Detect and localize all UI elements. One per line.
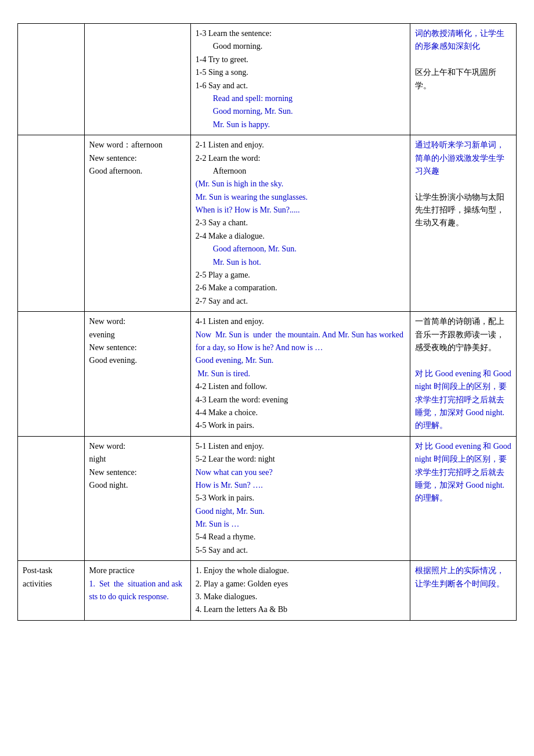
text-line: 3. Make dialogues.: [196, 591, 405, 603]
text-line: 2-6 Make a comparation.: [196, 282, 405, 294]
text-line: Now Mr. Sun is under the mountain. And M…: [196, 329, 405, 355]
text-line: Good morning.: [196, 40, 405, 53]
cell-row4-col3: 5-1 Listen and enjoy. 5-2 Lear the word:…: [190, 436, 410, 561]
cell-row2-col2: New word：afternoon New sentence: Good af…: [84, 135, 190, 312]
text-line: New sentence:: [89, 341, 186, 354]
cell-row3-col2: New word: evening New sentence: Good eve…: [84, 312, 190, 437]
text-line: Good evening.: [89, 354, 186, 367]
cell-row5-col3: 1. Enjoy the whole dialogue. 2. Play a g…: [190, 561, 410, 621]
table-row: New word: evening New sentence: Good eve…: [18, 312, 517, 437]
text-line: Good night.: [89, 479, 186, 492]
cell-row3-col4: 一首简单的诗朗诵，配上音乐一齐跟教师读一读，感受夜晚的宁静美好。 对 比 Goo…: [410, 312, 516, 437]
text-line: (Mr. Sun is high in the sky.: [196, 178, 405, 190]
table-wrapper: 1-3 Learn the sentence: Good morning. 1-…: [17, 23, 517, 621]
text-line: 对 比 Good evening 和 Good night 时间段上的区别，要求…: [415, 368, 511, 433]
text-line: Good morning, Mr. Sun.: [196, 105, 405, 118]
text-line: New word：afternoon: [89, 139, 186, 152]
text-line: 1-3 Learn the sentence:: [196, 27, 405, 40]
cell-row1-col1: [18, 24, 85, 135]
cell-row4-col1: [18, 436, 85, 561]
cell-row1-col4: 词的教授清晰化，让学生的形象感知深刻化 区分上午和下午巩固所学。: [410, 24, 516, 135]
table-row: New word：afternoon New sentence: Good af…: [18, 135, 517, 312]
text-line: 2-1 Listen and enjoy.: [196, 139, 405, 152]
text-line: Mr. Sun is tired.: [196, 368, 405, 380]
main-table: 1-3 Learn the sentence: Good morning. 1-…: [17, 23, 517, 621]
text-line: Mr. Sun is happy.: [196, 118, 405, 131]
text-line: 区分上午和下午巩固所学。: [415, 66, 511, 92]
text-line: 5-2 Lear the word: night: [196, 453, 405, 466]
text-line: 1. Set the situation and ask sts to do q…: [89, 578, 186, 604]
cell-row4-col4: 对 比 Good evening 和 Good night 时间段上的区别，要求…: [410, 436, 516, 561]
text-line: Mr. Sun is wearing the sunglasses.: [196, 191, 405, 204]
text-line: evening: [89, 329, 186, 341]
text-line: 4-4 Make a choice.: [196, 406, 405, 419]
text-line: night: [89, 453, 186, 466]
text-line: 4-2 Listen and follow.: [196, 380, 405, 393]
text-line: 1-5 Sing a song.: [196, 66, 405, 79]
text-line: 5-5 Say and act.: [196, 544, 405, 557]
text-line: 5-3 Work in pairs.: [196, 492, 405, 505]
text-line: 2. Play a game: Golden eyes: [196, 578, 405, 591]
text-line: New word:: [89, 440, 186, 453]
table-row: New word: night New sentence: Good night…: [18, 436, 517, 561]
text-line: 根据照片上的实际情况，让学生判断各个时间段。: [415, 564, 511, 591]
text-line: 4-3 Learn the word: evening: [196, 394, 405, 406]
text-line: Good evening, Mr. Sun.: [196, 354, 405, 367]
text-line: 2-4 Make a dialogue.: [196, 230, 405, 243]
text-line: 5-1 Listen and enjoy.: [196, 440, 405, 453]
cell-row2-col3: 2-1 Listen and enjoy. 2-2 Learn the word…: [190, 135, 410, 312]
text-line: 一首简单的诗朗诵，配上音乐一齐跟教师读一读，感受夜晚的宁静美好。: [415, 315, 511, 354]
text-line: More practice: [89, 564, 186, 577]
cell-row3-col1: [18, 312, 85, 437]
text-line: 4. Learn the letters Aa & Bb: [196, 603, 405, 616]
text-line: 2-5 Play a game.: [196, 269, 405, 282]
text-line: 4-5 Work in pairs.: [196, 419, 405, 432]
text-line: How is Mr. Sun? ….: [196, 479, 405, 492]
cell-row5-col4: 根据照片上的实际情况，让学生判断各个时间段。: [410, 561, 516, 621]
text-line: 1. Enjoy the whole dialogue.: [196, 564, 405, 577]
text-line: New sentence:: [89, 466, 186, 479]
text-line: Good night, Mr. Sun.: [196, 505, 405, 518]
text-line: 对 比 Good evening 和 Good night 时间段上的区别，要求…: [415, 440, 511, 505]
cell-row3-col3: 4-1 Listen and enjoy. Now Mr. Sun is und…: [190, 312, 410, 437]
text-line: Post-task: [23, 564, 80, 577]
text-line: New word:: [89, 315, 186, 328]
text-line: Read and spell: morning: [196, 92, 405, 105]
text-line: 词的教授清晰化，让学生的形象感知深刻化: [415, 27, 511, 53]
text-line: Good afternoon.: [89, 165, 186, 178]
cell-row2-col1: [18, 135, 85, 312]
text-line: When is it? How is Mr. Sun?.....: [196, 204, 405, 217]
text-line: 5-4 Read a rhyme.: [196, 531, 405, 543]
cell-row4-col2: New word: night New sentence: Good night…: [84, 436, 190, 561]
text-line: 通过聆听来学习新单词，简单的小游戏激发学生学习兴趣: [415, 139, 511, 178]
text-line: Good afternoon, Mr. Sun.: [196, 243, 405, 255]
text-line: 2-3 Say a chant.: [196, 217, 405, 229]
text-line: 2-2 Learn the word:: [196, 152, 405, 165]
text-line: 1-6 Say and act.: [196, 80, 405, 92]
cell-row1-col2: [84, 24, 190, 135]
text-line: New sentence:: [89, 152, 186, 165]
text-line: Now what can you see?: [196, 466, 405, 479]
table-row: 1-3 Learn the sentence: Good morning. 1-…: [18, 24, 517, 135]
text-line: Mr. Sun is …: [196, 518, 405, 531]
cell-row2-col4: 通过聆听来学习新单词，简单的小游戏激发学生学习兴趣 让学生扮演小动物与太阳先生打…: [410, 135, 516, 312]
text-line: Mr. Sun is hot.: [196, 256, 405, 269]
text-line: 2-7 Say and act.: [196, 295, 405, 308]
text-line: Afternoon: [196, 165, 405, 178]
cell-row5-col2: More practice 1. Set the situation and a…: [84, 561, 190, 621]
cell-row5-col1: Post-task activities: [18, 561, 85, 621]
text-line: 4-1 Listen and enjoy.: [196, 315, 405, 328]
text-line: activities: [23, 578, 80, 591]
table-row: Post-task activities More practice 1. Se…: [18, 561, 517, 621]
cell-row1-col3: 1-3 Learn the sentence: Good morning. 1-…: [190, 24, 410, 135]
text-line: 1-4 Try to greet.: [196, 53, 405, 66]
text-line: 让学生扮演小动物与太阳先生打招呼，操练句型，生动又有趣。: [415, 191, 511, 230]
